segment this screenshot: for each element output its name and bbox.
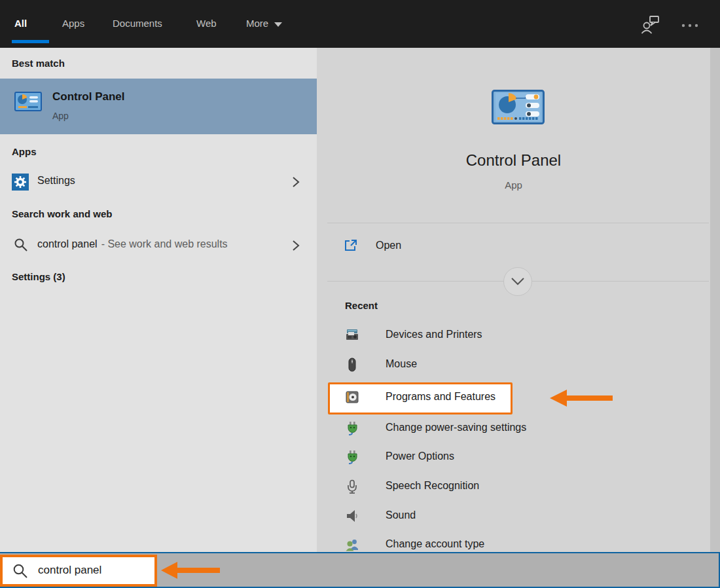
mouse-icon xyxy=(345,358,359,375)
chevron-down-icon xyxy=(274,22,282,27)
recent-item-label: Programs and Features xyxy=(386,391,495,403)
recent-item-label: Power Options xyxy=(386,450,454,462)
web-search-header: Search work and web xyxy=(12,208,112,219)
recent-item-label: Devices and Printers xyxy=(386,329,482,340)
taskbar-search-input[interactable]: control panel xyxy=(0,552,720,588)
search-filter-bar: All Apps Documents Web More xyxy=(0,0,720,48)
annotation-arrow-left-icon xyxy=(550,389,613,407)
result-web-search-label: control panel- See work and web results xyxy=(37,238,228,250)
best-match-subtitle: App xyxy=(52,111,69,121)
preview-app-title: Control Panel xyxy=(317,151,710,170)
best-match-header: Best match xyxy=(12,58,65,69)
apps-header: Apps xyxy=(12,146,37,157)
search-icon xyxy=(13,237,29,255)
open-external-icon xyxy=(343,238,359,256)
tab-more-label: More xyxy=(246,18,268,29)
recent-item-speech-recognition[interactable]: Speech Recognition xyxy=(327,473,641,502)
speaker-icon xyxy=(345,509,359,526)
settings-count-header: Settings (3) xyxy=(12,271,65,282)
tab-documents[interactable]: Documents xyxy=(113,18,162,29)
tab-apps[interactable]: Apps xyxy=(62,18,84,29)
active-tab-underline xyxy=(12,40,49,43)
web-search-query: control panel xyxy=(37,238,98,249)
best-match-title: Control Panel xyxy=(52,90,125,103)
power-plug-icon xyxy=(345,450,359,467)
control-panel-icon xyxy=(492,90,545,127)
divider xyxy=(327,223,709,223)
recent-item-label: Change account type xyxy=(386,538,484,550)
recent-item-mouse[interactable]: Mouse xyxy=(327,351,641,380)
disc-box-icon xyxy=(345,390,359,407)
recent-item-label: Change power-saving settings xyxy=(386,422,526,433)
recent-item-label: Speech Recognition xyxy=(386,480,479,492)
power-plug-icon xyxy=(345,421,359,438)
printer-icon xyxy=(345,328,359,345)
chevron-right-icon[interactable] xyxy=(292,240,300,254)
result-preview-panel: Control Panel App Open Recent xyxy=(317,48,720,552)
recent-item-sound[interactable]: Sound xyxy=(327,502,641,531)
tab-more[interactable]: More xyxy=(246,18,282,29)
result-settings[interactable]: Settings xyxy=(0,167,317,197)
chevron-right-icon[interactable] xyxy=(292,176,300,191)
microphone-icon xyxy=(345,479,359,496)
result-settings-label: Settings xyxy=(37,175,75,187)
recent-item-change-power-saving-settings[interactable]: Change power-saving settings xyxy=(327,414,641,443)
annotation-highlight-box: control panel xyxy=(0,555,157,587)
annotation-arrow-left-icon xyxy=(161,561,220,579)
preview-app-subtitle: App xyxy=(317,179,710,191)
recent-item-power-options[interactable]: Power Options xyxy=(327,443,641,472)
web-search-suffix: - See work and web results xyxy=(101,238,228,249)
search-input-value: control panel xyxy=(38,564,101,577)
settings-gear-icon xyxy=(12,174,29,193)
control-panel-icon xyxy=(14,92,42,114)
open-action[interactable]: Open xyxy=(327,230,709,264)
scrollbar[interactable] xyxy=(710,48,720,552)
ellipsis-icon[interactable] xyxy=(681,20,700,31)
windows-search-flyout: All Apps Documents Web More Best match xyxy=(0,0,720,588)
recent-item-devices-and-printers[interactable]: Devices and Printers xyxy=(327,322,641,350)
search-icon xyxy=(12,562,29,582)
result-web-search[interactable]: control panel- See work and web results xyxy=(0,230,317,261)
search-results-panel: Best match Control Panel App Apps xyxy=(0,48,317,552)
recent-item-label: Mouse xyxy=(386,358,417,370)
tab-all[interactable]: All xyxy=(14,18,27,29)
tab-web[interactable]: Web xyxy=(196,18,217,29)
feedback-user-icon[interactable] xyxy=(640,13,661,38)
recent-item-label: Sound xyxy=(386,509,416,521)
best-match-result-control-panel[interactable]: Control Panel App xyxy=(0,79,317,134)
recent-header: Recent xyxy=(345,300,378,311)
chevron-down-icon[interactable] xyxy=(503,267,532,296)
open-action-label: Open xyxy=(376,240,401,251)
